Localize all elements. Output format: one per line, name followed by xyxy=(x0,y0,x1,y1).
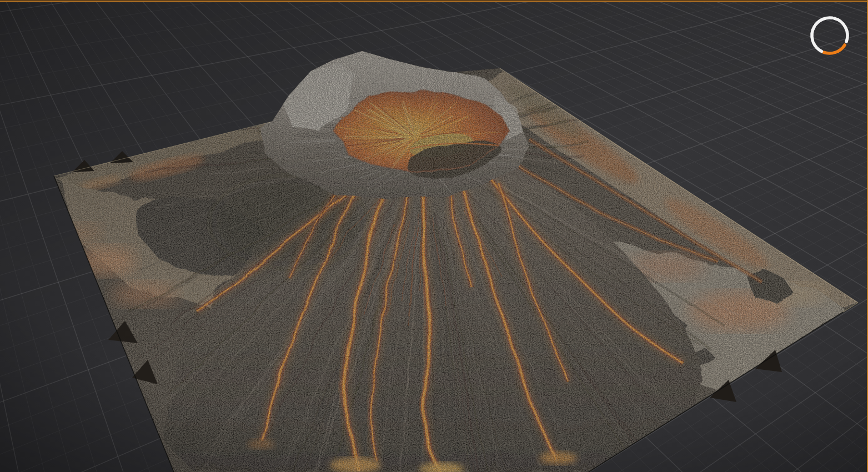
topbar-shadow xyxy=(0,0,868,1)
viewport-canvas xyxy=(0,0,868,472)
build-progress-bar-top xyxy=(0,1,868,2)
progress-spinner-icon xyxy=(808,14,852,58)
viewport-3d[interactable] xyxy=(0,0,868,472)
